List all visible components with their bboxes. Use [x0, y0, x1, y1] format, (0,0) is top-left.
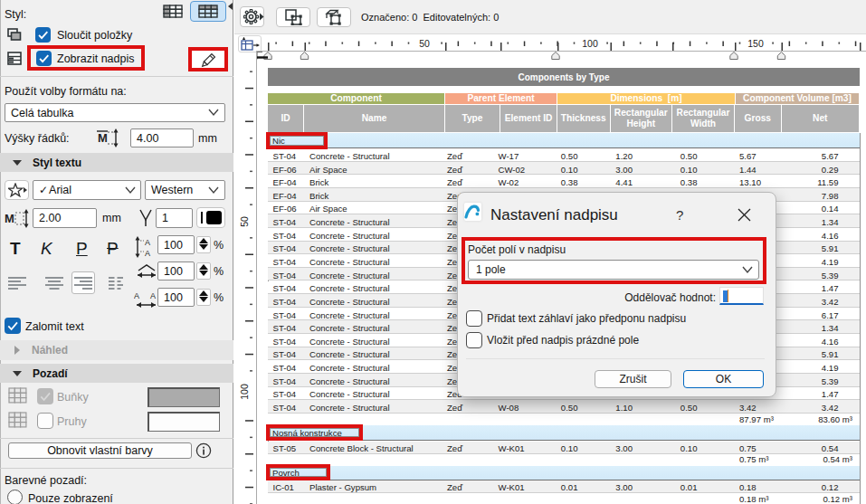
svg-text:100: 100 [239, 384, 250, 400]
svg-text:50: 50 [239, 216, 250, 227]
